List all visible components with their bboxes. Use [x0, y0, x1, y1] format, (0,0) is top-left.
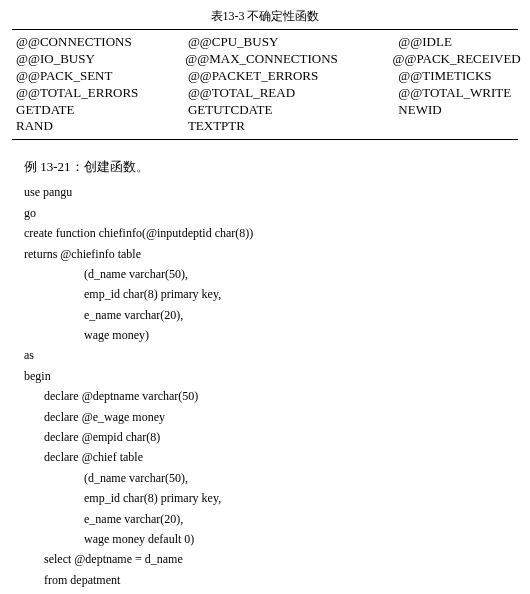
code-line: returns @chiefinfo table — [24, 244, 518, 264]
code-line: create function chiefinfo(@inputdeptid c… — [24, 223, 518, 243]
table-cell: @@IO_BUSY — [12, 51, 181, 68]
code-line: (d_name varchar(50), — [24, 264, 518, 284]
table-cell: GETUTCDATE — [184, 102, 394, 119]
table-cell: NEWID — [394, 102, 518, 119]
code-line: begin — [24, 366, 518, 386]
table-cell: @@TOTAL_READ — [184, 85, 394, 102]
table-row: @@TOTAL_ERRORS@@TOTAL_READ@@TOTAL_WRITE — [12, 85, 518, 102]
table-cell: @@IDLE — [394, 34, 518, 51]
code-line: declare @deptname varchar(50) — [24, 386, 518, 406]
code-line: e_name varchar(20), — [24, 509, 518, 529]
code-line: go — [24, 203, 518, 223]
table-cell: @@TOTAL_WRITE — [394, 85, 518, 102]
code-line: declare @empid char(8) — [24, 427, 518, 447]
code-line: select @deptname = d_name — [24, 549, 518, 569]
code-line: from depatment — [24, 570, 518, 590]
table-row: @@IO_BUSY@@MAX_CONNECTIONS@@PACK_RECEIVE… — [12, 51, 518, 68]
code-line: wage money default 0) — [24, 529, 518, 549]
code-line: e_name varchar(20), — [24, 305, 518, 325]
table-cell: @@PACK_RECEIVED — [389, 51, 518, 68]
table-row: @@CONNECTIONS@@CPU_BUSY@@IDLE — [12, 34, 518, 51]
table-cell: @@MAX_CONNECTIONS — [181, 51, 388, 68]
code-line: as — [24, 345, 518, 365]
code-block: use pangugocreate function chiefinfo(@in… — [24, 182, 518, 590]
function-table: @@CONNECTIONS@@CPU_BUSY@@IDLE@@IO_BUSY@@… — [12, 29, 518, 140]
table-cell: GETDATE — [12, 102, 184, 119]
table-row: GETDATEGETUTCDATENEWID — [12, 102, 518, 119]
code-line: wage money) — [24, 325, 518, 345]
code-line: declare @e_wage money — [24, 407, 518, 427]
table-cell: @@PACKET_ERRORS — [184, 68, 394, 85]
code-line: (d_name varchar(50), — [24, 468, 518, 488]
table-cell: @@TOTAL_ERRORS — [12, 85, 184, 102]
code-line: emp_id char(8) primary key, — [24, 284, 518, 304]
table-row: RANDTEXTPTR — [12, 118, 518, 135]
table-cell: @@PACK_SENT — [12, 68, 184, 85]
table-cell: TEXTPTR — [184, 118, 394, 135]
example-title: 例 13-21：创建函数。 — [24, 158, 518, 176]
table-title: 表13-3 不确定性函数 — [12, 8, 518, 25]
code-line: declare @chief table — [24, 447, 518, 467]
code-line: use pangu — [24, 182, 518, 202]
table-row: @@PACK_SENT@@PACKET_ERRORS@@TIMETICKS — [12, 68, 518, 85]
table-cell: RAND — [12, 118, 184, 135]
code-line: emp_id char(8) primary key, — [24, 488, 518, 508]
table-cell: @@TIMETICKS — [394, 68, 518, 85]
table-cell: @@CPU_BUSY — [184, 34, 394, 51]
table-cell — [394, 118, 518, 135]
table-cell: @@CONNECTIONS — [12, 34, 184, 51]
